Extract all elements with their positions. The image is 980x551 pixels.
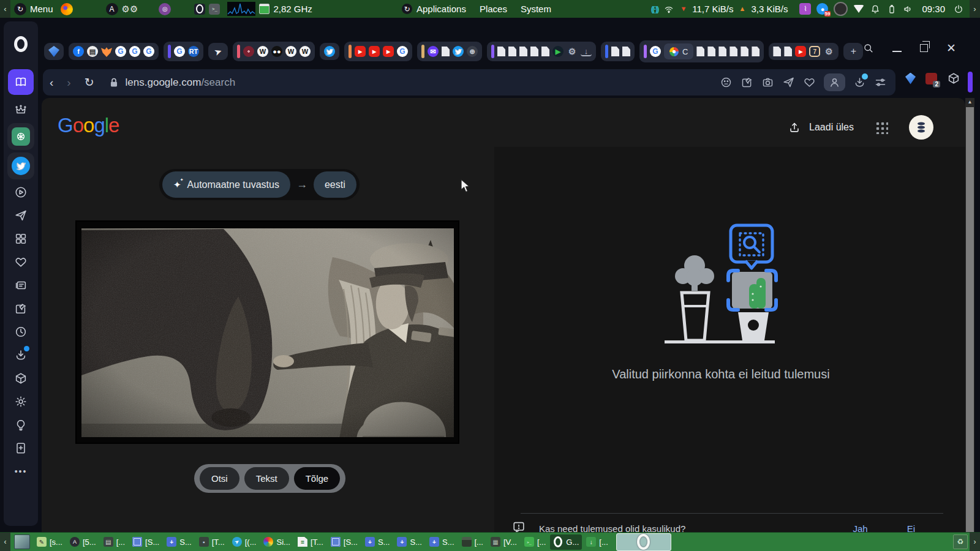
- reload-button[interactable]: ↻: [78, 75, 101, 89]
- tab-favicon-doc[interactable]: [611, 47, 619, 56]
- tab-group[interactable]: +: [843, 43, 863, 60]
- pinboard-icon[interactable]: [741, 76, 753, 89]
- sidebar-item-pinboard[interactable]: [7, 297, 34, 320]
- forward-button[interactable]: ›: [60, 76, 77, 89]
- tab-group[interactable]: GC: [639, 40, 764, 62]
- sidebar-item-reading-list[interactable]: [8, 69, 34, 95]
- sidebar-item-player[interactable]: [7, 181, 34, 204]
- action-otsi[interactable]: Otsi: [200, 467, 239, 490]
- sidebar-item-settings[interactable]: [7, 390, 34, 413]
- taskbar-window-bluewin[interactable]: [S...: [328, 534, 361, 550]
- cpu-frequency-icon[interactable]: [259, 4, 270, 14]
- tab-favicon-plus[interactable]: +: [848, 46, 859, 57]
- network-waves-icon[interactable]: ((·)): [651, 4, 658, 13]
- taskbar-window-dlgreen[interactable]: ↓[...: [583, 534, 611, 550]
- minimize-button[interactable]: [892, 51, 902, 52]
- applications-menu[interactable]: ↻Applications: [402, 4, 466, 14]
- address-bar[interactable]: ‹ › ↻ lens.google.com/search: [43, 69, 895, 96]
- volume-icon[interactable]: [903, 4, 914, 15]
- tab-favicon-circ[interactable]: RT: [188, 46, 199, 57]
- tab-favicon-dl[interactable]: ↓: [581, 47, 592, 56]
- action-tõlge[interactable]: Tõlge: [294, 467, 341, 490]
- share-icon[interactable]: [782, 76, 795, 89]
- tab-favicon-circ[interactable]: W: [285, 46, 296, 57]
- tray-app-icon[interactable]: ⌇: [799, 3, 811, 15]
- tab-favicon-twitter[interactable]: [453, 46, 464, 57]
- sidebar-handle[interactable]: [968, 72, 973, 92]
- taskbar-window-wheel[interactable]: Si...: [260, 534, 293, 550]
- sidebar-item-opera-logo[interactable]: [7, 30, 34, 58]
- taskbar-window-archive[interactable]: ▤[...: [100, 534, 128, 550]
- sidebar-item-tips[interactable]: [7, 413, 34, 437]
- search-tool-icon[interactable]: A: [106, 3, 118, 15]
- tab-favicon-circ[interactable]: ⊕: [467, 46, 478, 57]
- taskbar-window-folder[interactable]: [...: [459, 534, 486, 550]
- tab-group[interactable]: [601, 42, 635, 61]
- system-menu[interactable]: System: [521, 4, 551, 14]
- tab-favicon-doc[interactable]: [622, 47, 630, 56]
- recycle-bin-icon[interactable]: ♻: [953, 534, 968, 549]
- tab-group[interactable]: ▶▶▶G: [344, 42, 412, 61]
- snapshot-camera-icon[interactable]: [761, 76, 774, 89]
- page-scrollbar[interactable]: ▲ ▼: [965, 98, 974, 550]
- action-tekst[interactable]: Tekst: [244, 467, 289, 490]
- sidebar-item-bookmarks[interactable]: [7, 437, 34, 460]
- tray-status-icon[interactable]: [834, 2, 848, 16]
- active-tab-google-lens[interactable]: C: [664, 43, 693, 59]
- tab-favicon-fox[interactable]: [101, 46, 112, 57]
- tab-group-color-bar[interactable]: [421, 45, 424, 58]
- sidebar-item-send-to-phone[interactable]: [7, 204, 34, 227]
- taskbar-window-terminal[interactable]: >_[...: [521, 534, 549, 550]
- source-language-button[interactable]: ✦ Automaatne tuvastus: [162, 171, 290, 198]
- extension-gem-icon[interactable]: [905, 73, 916, 84]
- opera-active-task-button[interactable]: [616, 533, 671, 551]
- google-apps-grid-icon[interactable]: [875, 121, 888, 134]
- tab-group-color-bar[interactable]: [605, 45, 608, 58]
- tab-favicon-circ[interactable]: W: [257, 46, 268, 57]
- tab-favicon-doc[interactable]: [707, 47, 715, 56]
- tab-favicon-doc[interactable]: [729, 47, 737, 56]
- tab-favicon-doc[interactable]: [784, 47, 792, 56]
- reader-smiley-icon[interactable]: [720, 76, 733, 89]
- taskbar-window-bluewin[interactable]: [S...: [129, 534, 162, 550]
- tab-favicon-doc[interactable]: [442, 47, 450, 56]
- terminal-launcher-icon[interactable]: >_: [209, 4, 220, 15]
- upload-button[interactable]: Laadi üles: [788, 121, 854, 134]
- tab-favicon-circ[interactable]: W: [300, 46, 311, 57]
- bookmark-heart-icon[interactable]: [803, 76, 816, 89]
- tab-favicon-gfav[interactable]: G: [174, 46, 185, 57]
- tray-triangle-icon[interactable]: [853, 5, 864, 13]
- tab-group[interactable]: [320, 43, 339, 60]
- tab-group-color-bar[interactable]: [168, 45, 171, 58]
- battery-icon[interactable]: [886, 4, 897, 15]
- tab-favicon-circ[interactable]: ✉: [428, 46, 439, 57]
- taskbar-window-searcha[interactable]: A[5...: [67, 534, 99, 550]
- extension-blocker-icon[interactable]: 2: [925, 73, 937, 84]
- sidebar-item-favorites[interactable]: [7, 250, 34, 274]
- power-icon[interactable]: [953, 4, 964, 15]
- tab-group[interactable]: GRT: [164, 42, 203, 61]
- tab-favicon-gfav[interactable]: G: [129, 46, 140, 57]
- tab-favicon-circ[interactable]: f: [73, 46, 84, 57]
- system-monitor-graph[interactable]: [227, 2, 255, 16]
- tab-favicon-doc[interactable]: [541, 47, 549, 56]
- clock[interactable]: 09:30: [922, 4, 945, 14]
- sidebar-item-more[interactable]: •••: [7, 460, 34, 483]
- close-button[interactable]: ✕: [946, 42, 956, 54]
- taskbar-window-blueplus[interactable]: +S...: [394, 534, 425, 550]
- sidebar-item-news[interactable]: [7, 274, 34, 297]
- sidebar-item-premium-crown[interactable]: [7, 99, 34, 122]
- query-photo[interactable]: [77, 222, 458, 443]
- tab-group[interactable]: ▶⚙↓: [487, 42, 596, 61]
- taskbar-window-edit[interactable]: ✎[s...: [34, 534, 66, 550]
- wifi-icon[interactable]: [663, 4, 674, 15]
- tab-favicon-gfav[interactable]: G: [650, 46, 661, 57]
- taskbar-collapse-right[interactable]: ›: [970, 533, 980, 551]
- tab-favicon-twitter[interactable]: [324, 46, 335, 57]
- tab-group-color-bar[interactable]: [237, 45, 240, 58]
- places-menu[interactable]: Places: [480, 4, 507, 14]
- taskbar-window-film[interactable]: ▦[V...: [488, 534, 520, 550]
- opera-launcher-icon[interactable]: [194, 4, 205, 15]
- profile-button[interactable]: [824, 73, 845, 91]
- tab-group[interactable]: W●●WW: [233, 42, 315, 61]
